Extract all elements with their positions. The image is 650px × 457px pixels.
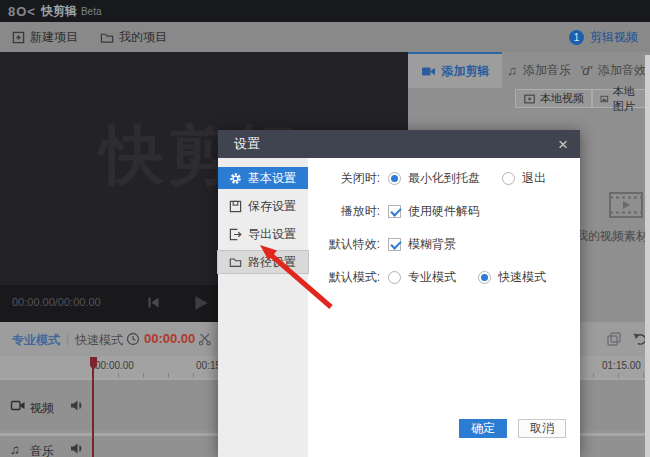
app-logo-icon: 8O< bbox=[8, 4, 36, 19]
checkbox-checked-icon[interactable] bbox=[388, 238, 401, 251]
nav-item-basic-settings[interactable]: 基本设置 bbox=[218, 167, 308, 189]
step-badge: 1 bbox=[569, 30, 584, 45]
cancel-button[interactable]: 取消 bbox=[518, 419, 566, 438]
settings-nav: 基本设置 保存设置 导出设置 路径设置 bbox=[218, 158, 308, 457]
setting-label: 播放时: bbox=[308, 203, 380, 220]
tab-add-sfx-label: 添加音效 bbox=[598, 62, 646, 79]
option-minimize-to-tray[interactable]: 最小化到托盘 bbox=[388, 170, 480, 187]
local-image-button[interactable]: 本地图片 bbox=[592, 89, 650, 108]
setting-row-on-play: 播放时: 使用硬件解码 bbox=[308, 199, 580, 223]
new-project-label: 新建项目 bbox=[30, 29, 78, 46]
option-fast-mode[interactable]: 快速模式 bbox=[478, 269, 546, 286]
dialog-title: 设置 bbox=[234, 135, 260, 153]
radio-unchecked-icon[interactable] bbox=[388, 271, 401, 284]
camera-icon bbox=[421, 65, 436, 78]
local-image-label: 本地图片 bbox=[613, 84, 642, 114]
copy-icon[interactable] bbox=[606, 331, 622, 347]
film-placeholder-icon bbox=[608, 190, 644, 220]
nav-item-export-settings[interactable]: 导出设置 bbox=[218, 223, 308, 245]
nav-item-label: 保存设置 bbox=[248, 198, 296, 215]
settings-dialog: 设置 × 基本设置 保存设置 导出设置 路径设置 bbox=[218, 130, 580, 457]
dialog-header[interactable]: 设置 × bbox=[218, 130, 580, 158]
music-note-icon: ♫ bbox=[507, 64, 517, 77]
radio-checked-icon[interactable] bbox=[478, 271, 491, 284]
sound-effect-icon: 'd' bbox=[580, 64, 592, 77]
ruler-tick-label: 01:15.00 bbox=[602, 360, 641, 371]
music-track-icon: ♫ bbox=[10, 443, 20, 456]
panel-scrollbar[interactable] bbox=[645, 55, 650, 457]
ok-button[interactable]: 确定 bbox=[459, 419, 507, 438]
mode-fast[interactable]: 快速模式 bbox=[75, 332, 123, 349]
close-icon[interactable]: × bbox=[558, 136, 568, 153]
option-professional-mode[interactable]: 专业模式 bbox=[388, 269, 456, 286]
tab-add-music-label: 添加音乐 bbox=[523, 62, 571, 79]
option-exit[interactable]: 退出 bbox=[502, 170, 546, 187]
nav-item-label: 基本设置 bbox=[248, 170, 296, 187]
export-icon bbox=[229, 228, 242, 241]
play-icon[interactable] bbox=[192, 293, 210, 313]
option-label: 模糊背景 bbox=[408, 236, 456, 253]
playhead-line bbox=[92, 357, 94, 457]
edit-video-label: 剪辑视频 bbox=[590, 29, 638, 46]
my-projects-button[interactable]: 我的项目 bbox=[100, 29, 167, 46]
new-project-button[interactable]: 新建项目 bbox=[12, 29, 78, 46]
option-label: 退出 bbox=[522, 170, 546, 187]
setting-label: 默认模式: bbox=[308, 269, 380, 286]
setting-label: 关闭时: bbox=[308, 170, 380, 187]
panel-hint-text: 我的视频素材 bbox=[576, 228, 650, 245]
project-toolbar: 新建项目 我的项目 1 剪辑视频 bbox=[0, 22, 650, 52]
tab-add-clip-label: 添加剪辑 bbox=[442, 63, 490, 80]
option-blur-background[interactable]: 模糊背景 bbox=[388, 236, 456, 253]
checkbox-checked-icon[interactable] bbox=[388, 205, 401, 218]
video-track-label: 视频 bbox=[30, 400, 54, 417]
skip-start-icon[interactable] bbox=[146, 295, 161, 310]
setting-label: 默认特效: bbox=[308, 236, 380, 253]
my-projects-label: 我的项目 bbox=[119, 29, 167, 46]
mode-professional[interactable]: 专业模式 bbox=[12, 332, 60, 349]
option-label: 快速模式 bbox=[498, 269, 546, 286]
speaker-icon[interactable] bbox=[70, 399, 85, 412]
nav-item-label: 路径设置 bbox=[248, 254, 296, 271]
tab-add-clip[interactable]: 添加剪辑 bbox=[408, 52, 502, 88]
tab-add-music[interactable]: ♫ 添加音乐 bbox=[502, 52, 576, 88]
radio-checked-icon[interactable] bbox=[388, 172, 401, 185]
video-file-icon bbox=[523, 93, 536, 105]
option-label: 最小化到托盘 bbox=[408, 170, 480, 187]
local-video-label: 本地视频 bbox=[540, 91, 584, 106]
beta-tag: Beta bbox=[81, 6, 102, 17]
setting-row-default-effect: 默认特效: 模糊背景 bbox=[308, 232, 580, 256]
nav-item-label: 导出设置 bbox=[248, 226, 296, 243]
speaker-icon[interactable] bbox=[70, 442, 85, 455]
radio-unchecked-icon[interactable] bbox=[502, 172, 515, 185]
mode-divider: | bbox=[66, 331, 69, 345]
edit-video-step[interactable]: 1 剪辑视频 bbox=[569, 29, 638, 46]
ruler-tick-label: 00:00.00 bbox=[95, 360, 134, 371]
timeline-timecode: 00:00.00 bbox=[144, 331, 195, 346]
option-label: 使用硬件解码 bbox=[408, 203, 480, 220]
dialog-body: 基本设置 保存设置 导出设置 路径设置 关闭时: bbox=[218, 158, 580, 457]
scissors-icon[interactable] bbox=[198, 332, 212, 346]
option-label: 专业模式 bbox=[408, 269, 456, 286]
folder-icon bbox=[229, 256, 242, 269]
nav-item-save-settings[interactable]: 保存设置 bbox=[218, 195, 308, 217]
folder-icon bbox=[100, 31, 114, 44]
video-track-icon bbox=[10, 399, 26, 412]
option-hardware-decode[interactable]: 使用硬件解码 bbox=[388, 203, 480, 220]
local-video-button[interactable]: 本地视频 bbox=[515, 89, 592, 108]
nav-item-path-settings[interactable]: 路径设置 bbox=[218, 251, 308, 273]
plus-square-icon bbox=[12, 31, 25, 44]
app-title: 快剪辑 bbox=[41, 3, 77, 20]
setting-row-default-mode: 默认模式: 专业模式 快速模式 bbox=[308, 265, 580, 289]
clock-icon bbox=[126, 332, 140, 346]
image-file-icon bbox=[600, 93, 609, 105]
save-icon bbox=[229, 200, 242, 213]
title-bar: 8O< 快剪辑 Beta bbox=[0, 0, 650, 22]
setting-row-on-close: 关闭时: 最小化到托盘 退出 bbox=[308, 166, 580, 190]
app-window: 8O< 快剪辑 Beta 新建项目 我的项目 1 剪辑视频 快剪辑 00:00.… bbox=[0, 0, 650, 457]
settings-content: 关闭时: 最小化到托盘 退出 播放时: 使用硬件解码 bbox=[308, 158, 580, 457]
music-track-label: 音乐 bbox=[30, 443, 54, 457]
player-timecode: 00:00.00/00:00.00 bbox=[12, 296, 101, 308]
gear-icon bbox=[229, 172, 242, 185]
